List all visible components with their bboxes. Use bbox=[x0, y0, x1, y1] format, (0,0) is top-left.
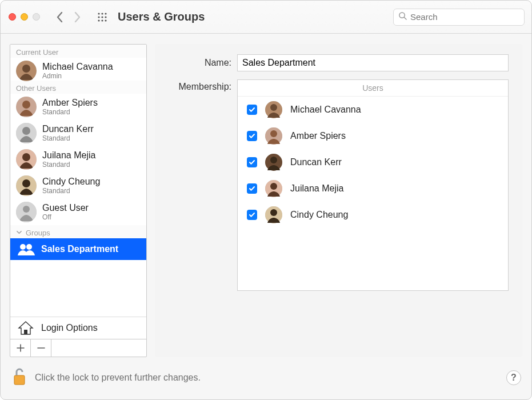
search-input[interactable] bbox=[410, 12, 519, 22]
login-options-button[interactable]: Login Options bbox=[10, 317, 146, 339]
user-name: Guest User bbox=[42, 203, 89, 213]
name-row: Name: bbox=[169, 54, 509, 71]
svg-line-10 bbox=[404, 17, 406, 19]
member-name: Michael Cavanna bbox=[290, 105, 361, 115]
avatar bbox=[16, 175, 37, 196]
membership-list: Users Michael Cavanna Amber Spiers bbox=[237, 79, 509, 291]
add-button[interactable] bbox=[10, 339, 31, 357]
help-button[interactable]: ? bbox=[506, 370, 521, 385]
search-icon bbox=[398, 11, 410, 22]
user-role: Standard bbox=[42, 161, 95, 169]
sidebar-header-current-user: Current User bbox=[10, 45, 146, 58]
group-name: Sales Department bbox=[41, 244, 118, 254]
svg-point-18 bbox=[22, 153, 30, 161]
back-button[interactable] bbox=[53, 8, 67, 26]
close-window-button[interactable] bbox=[9, 13, 16, 21]
avatar bbox=[265, 206, 282, 223]
membership-row-item[interactable]: Cindy Cheung bbox=[238, 202, 508, 228]
nav-buttons bbox=[53, 8, 85, 26]
users-sidebar: Current User Michael Cavanna Admin Other… bbox=[10, 44, 147, 357]
sidebar-user-row[interactable]: Juilana Mejia Standard bbox=[10, 146, 146, 173]
svg-point-4 bbox=[101, 16, 103, 18]
svg-point-14 bbox=[22, 101, 30, 109]
avatar bbox=[265, 154, 282, 171]
lock-text: Click the lock to prevent further change… bbox=[35, 373, 201, 383]
svg-point-16 bbox=[22, 127, 30, 135]
svg-point-24 bbox=[26, 244, 32, 250]
window: Users & Groups Current User Michael Cava… bbox=[0, 0, 532, 400]
lock-open-icon bbox=[11, 366, 28, 389]
sidebar-user-row[interactable]: Guest User Off bbox=[10, 199, 146, 225]
avatar bbox=[16, 123, 37, 143]
help-icon: ? bbox=[511, 373, 517, 383]
user-role: Standard bbox=[42, 108, 98, 116]
membership-row: Membership: Users Michael Cavanna Amber … bbox=[169, 79, 509, 291]
window-title: Users & Groups bbox=[118, 10, 393, 23]
user-name: Amber Spiers bbox=[42, 98, 98, 108]
avatar bbox=[16, 149, 37, 170]
groups-header-label: Groups bbox=[26, 229, 50, 237]
sidebar-scroll: Current User Michael Cavanna Admin Other… bbox=[10, 45, 146, 317]
avatar bbox=[265, 101, 282, 118]
svg-point-6 bbox=[98, 19, 99, 21]
svg-point-12 bbox=[22, 65, 30, 73]
membership-checkbox[interactable] bbox=[247, 105, 257, 115]
svg-point-20 bbox=[22, 179, 30, 187]
svg-point-29 bbox=[270, 130, 277, 137]
member-name: Juilana Mejia bbox=[290, 183, 343, 194]
traffic-lights bbox=[9, 13, 40, 21]
membership-row-item[interactable]: Amber Spiers bbox=[238, 123, 508, 149]
svg-point-23 bbox=[20, 244, 26, 250]
sidebar-group-row[interactable]: Sales Department bbox=[10, 238, 146, 260]
membership-row-item[interactable]: Juilana Mejia bbox=[238, 175, 508, 202]
avatar bbox=[16, 202, 37, 222]
group-icon bbox=[16, 241, 35, 257]
chevron-down-icon bbox=[16, 229, 22, 237]
membership-checkbox[interactable] bbox=[247, 183, 257, 194]
member-name: Cindy Cheung bbox=[290, 210, 348, 220]
membership-checkbox[interactable] bbox=[247, 131, 257, 141]
group-name-field[interactable] bbox=[237, 54, 509, 71]
svg-point-33 bbox=[270, 183, 277, 190]
membership-label: Membership: bbox=[169, 79, 237, 92]
svg-point-35 bbox=[270, 209, 277, 216]
user-role: Standard bbox=[42, 134, 94, 142]
membership-checkbox[interactable] bbox=[247, 210, 257, 220]
svg-rect-25 bbox=[24, 330, 27, 334]
user-name: Juilana Mejia bbox=[42, 150, 95, 161]
search-field[interactable] bbox=[393, 9, 525, 26]
svg-point-3 bbox=[98, 16, 99, 18]
titlebar: Users & Groups bbox=[1, 1, 531, 34]
svg-point-8 bbox=[105, 19, 106, 21]
svg-point-5 bbox=[105, 16, 106, 18]
show-all-prefs-button[interactable] bbox=[95, 8, 110, 26]
svg-point-7 bbox=[101, 19, 103, 21]
forward-button[interactable] bbox=[70, 8, 85, 26]
avatar bbox=[16, 61, 37, 81]
home-icon bbox=[16, 320, 35, 336]
membership-checkbox[interactable] bbox=[247, 157, 257, 167]
sidebar-user-row[interactable]: Cindy Cheung Standard bbox=[10, 173, 146, 199]
minimize-window-button[interactable] bbox=[21, 13, 28, 21]
user-role: Off bbox=[42, 213, 89, 221]
lock-button[interactable]: Click the lock to prevent further change… bbox=[11, 366, 201, 389]
sidebar-user-row[interactable]: Duncan Kerr Standard bbox=[10, 120, 146, 146]
svg-point-27 bbox=[270, 104, 277, 111]
avatar bbox=[265, 180, 282, 197]
zoom-window-button[interactable] bbox=[33, 13, 40, 21]
avatar bbox=[265, 127, 282, 145]
sidebar-header-other-users: Other Users bbox=[10, 81, 146, 94]
member-name: Amber Spiers bbox=[290, 131, 346, 141]
member-name: Duncan Kerr bbox=[290, 157, 342, 167]
avatar bbox=[16, 97, 37, 117]
remove-button[interactable] bbox=[31, 339, 51, 357]
sidebar-header-groups[interactable]: Groups bbox=[10, 225, 146, 238]
membership-row-item[interactable]: Michael Cavanna bbox=[238, 97, 508, 123]
svg-point-0 bbox=[98, 13, 99, 14]
user-name: Michael Cavanna bbox=[42, 62, 113, 72]
membership-row-item[interactable]: Duncan Kerr bbox=[238, 149, 508, 175]
sidebar-user-row[interactable]: Amber Spiers Standard bbox=[10, 94, 146, 120]
sidebar-button-bar bbox=[10, 339, 146, 357]
window-footer: Click the lock to prevent further change… bbox=[1, 363, 531, 399]
svg-point-2 bbox=[105, 13, 106, 14]
